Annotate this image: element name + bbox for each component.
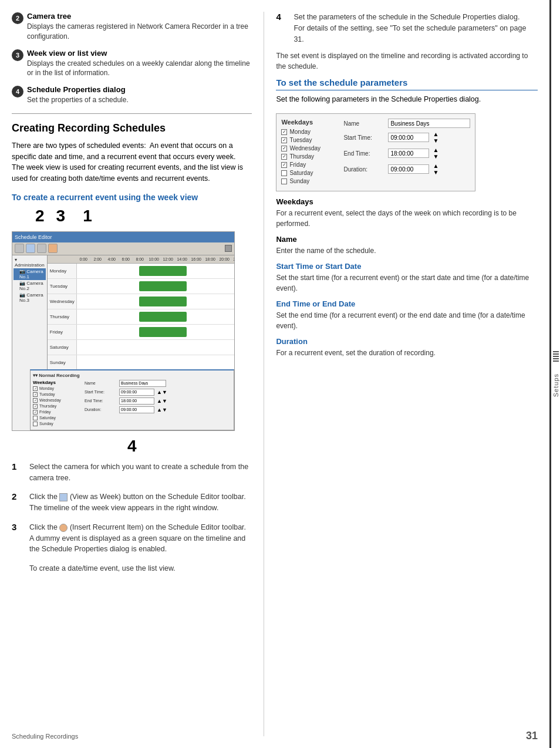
- rc-heading-duration: Duration: [276, 337, 538, 346]
- ss-tree-item-2[interactable]: 📷 Camera No.2: [14, 280, 46, 292]
- step-2-text: Click the (View as Week) button on the S…: [29, 491, 246, 514]
- day-label-monday: Monday: [48, 264, 77, 278]
- ss-cb-mon[interactable]: [33, 386, 38, 391]
- ss-cb-sat[interactable]: [33, 416, 38, 420]
- sp-lbl-wednesday: Wednesday: [289, 145, 321, 151]
- sp-cb-friday[interactable]: [281, 162, 287, 168]
- item-4-num: 4: [12, 86, 23, 97]
- sp-end-spinner[interactable]: ▲▼: [433, 147, 438, 160]
- sp-duration-input[interactable]: [388, 164, 429, 174]
- ss-cb-fri[interactable]: [33, 410, 38, 415]
- item-3-content: Week view or list view Displays the crea…: [27, 49, 252, 79]
- ss-start-spinner[interactable]: ▲▼: [157, 389, 167, 395]
- item-4: 4 Schedule Properties dialog Set the pro…: [12, 85, 252, 105]
- ss-tree-item-3[interactable]: 📷 Camera No.3: [14, 292, 46, 304]
- ss-day-sat: Saturday: [33, 416, 80, 420]
- time-2: 2:00: [91, 257, 105, 261]
- day-cells-saturday[interactable]: [77, 340, 235, 355]
- sp-cb-sunday[interactable]: [281, 178, 287, 184]
- step-1-num: 1: [12, 461, 29, 471]
- ss-end-spinner[interactable]: ▲▼: [157, 398, 167, 404]
- ss-duration-input[interactable]: [119, 406, 154, 413]
- label-4: 4: [12, 437, 252, 456]
- ss-cb-sun[interactable]: [33, 422, 38, 426]
- time-10: 10:00: [147, 257, 161, 261]
- ss-btn-4[interactable]: [48, 244, 58, 253]
- day-label-wednesday: Wednesday: [48, 294, 77, 309]
- ss-duration-spinner[interactable]: ▲▼: [157, 407, 167, 413]
- ss-cb-tue[interactable]: [33, 392, 38, 397]
- insert-recurrent-icon: [59, 524, 68, 532]
- screenshot-mockup: Schedule Editor: [12, 231, 235, 431]
- sp-lbl-friday: Friday: [289, 161, 306, 168]
- sp-cb-saturday[interactable]: [281, 170, 287, 176]
- sp-cb-tuesday[interactable]: [281, 137, 287, 143]
- time-22: 22:00: [232, 257, 235, 261]
- sp-cb-wednesday[interactable]: [281, 146, 287, 151]
- ss-prop-left: Weekdays Monday Tuesday Wednesday Thursd…: [33, 380, 80, 427]
- ss-btn-1[interactable]: [15, 244, 24, 253]
- item-4-desc: Set the properties of a schedule.: [27, 95, 129, 105]
- step-1: 1 Select the camera for which you want t…: [12, 461, 252, 484]
- ss-btn-2[interactable]: [26, 244, 35, 253]
- sp-cb-monday[interactable]: [281, 129, 287, 135]
- sp-name-input[interactable]: [388, 119, 470, 128]
- day-cells-tuesday[interactable]: [77, 279, 235, 294]
- ss-start-input[interactable]: [119, 389, 154, 396]
- day-label-thursday: Thursday: [48, 309, 77, 324]
- ss-name-input[interactable]: [119, 380, 166, 387]
- to-set-heading: To set the schedule parameters: [276, 78, 538, 90]
- day-row-saturday: Saturday: [48, 340, 235, 355]
- sp-thursday: Thursday: [281, 153, 334, 160]
- day-label-sunday: Sunday: [48, 355, 77, 370]
- ss-btn-3[interactable]: [37, 244, 46, 253]
- sp-start-spinner[interactable]: ▲▼: [433, 131, 438, 144]
- ss-cb-thu[interactable]: [33, 404, 38, 409]
- step-2: 2 Click the (View as Week) button on the…: [12, 491, 252, 514]
- day-cells-monday[interactable]: [77, 264, 235, 278]
- item-2-title: Camera tree: [27, 12, 252, 21]
- day-row-friday: Friday: [48, 325, 235, 340]
- step-note-text: To create a date/time event, use the lis…: [29, 563, 176, 574]
- section-divider: [12, 113, 252, 114]
- ss-close[interactable]: [225, 245, 232, 252]
- time-18: 18:00: [204, 257, 218, 261]
- ss-tree-root: ▾ Administration: [14, 257, 46, 268]
- sp-saturday: Saturday: [281, 170, 334, 176]
- sp-lbl-saturday: Saturday: [289, 170, 313, 176]
- day-cells-thursday[interactable]: [77, 309, 235, 324]
- label-2: 2: [35, 207, 45, 225]
- sp-start-label: Start Time:: [343, 134, 384, 141]
- time-4: 4:00: [105, 257, 119, 261]
- sp-start-input[interactable]: [388, 133, 429, 142]
- rc-text-start: Set the start time (for a recurrent even…: [276, 272, 538, 294]
- step-3-text: Click the (Insert Recurrent Item) on the…: [29, 522, 252, 555]
- sp-cb-thursday[interactable]: [281, 154, 287, 160]
- screenshot-labels: 2 3 1: [12, 207, 252, 225]
- ss-prop-right: Name Start Time: ▲▼ End Time:: [85, 380, 231, 427]
- sp-end-input[interactable]: [388, 149, 429, 158]
- item-3-desc: Displays the created schedules on a week…: [27, 59, 252, 79]
- ss-duration-row: Duration: ▲▼: [85, 406, 231, 413]
- day-label-tuesday: Tuesday: [48, 279, 77, 294]
- ss-cb-wed[interactable]: [33, 398, 38, 403]
- subsection-heading: To create a recurrent event using the we…: [12, 193, 252, 202]
- day-cells-friday[interactable]: [77, 325, 235, 339]
- to-set-intro: Set the following parameters in the Sche…: [276, 94, 538, 105]
- sp-duration-spinner[interactable]: ▲▼: [433, 163, 438, 176]
- time-14: 14:00: [176, 257, 190, 261]
- rc-text-weekdays: For a recurrent event, select the days o…: [276, 208, 538, 229]
- ss-name-row: Name: [85, 380, 231, 387]
- rc-subsection-duration: Duration For a recurrent event, set the …: [276, 337, 538, 358]
- rc-text-duration: For a recurrent event, set the duration …: [276, 348, 538, 358]
- time-12: 12:00: [161, 257, 176, 261]
- label-1: 1: [83, 207, 92, 225]
- rc-subsection-name: Name Enter the name of the schedule.: [276, 235, 538, 256]
- ss-tree-item-1[interactable]: 📷 Camera No.1: [14, 268, 46, 280]
- ss-day-fri: Friday: [33, 410, 80, 415]
- ss-end-input[interactable]: [119, 397, 154, 405]
- event-thursday: [139, 312, 187, 322]
- day-cells-wednesday[interactable]: [77, 294, 235, 309]
- day-cells-sunday[interactable]: [77, 355, 235, 370]
- sp-start-row: Start Time: ▲▼: [343, 131, 470, 144]
